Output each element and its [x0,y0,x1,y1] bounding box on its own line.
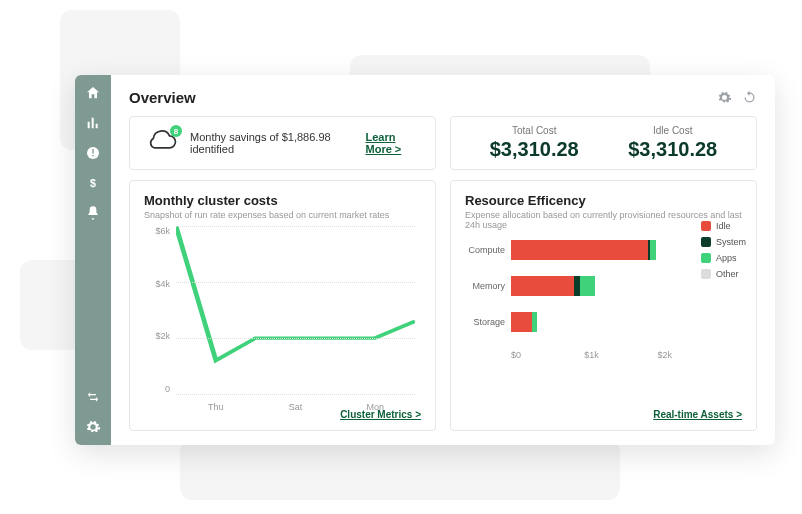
savings-card: 8 Monthy savings of $1,886.98 identified… [129,116,436,170]
realtime-assets-link[interactable]: Real-time Assets > [653,409,742,420]
line-chart-area: $6k $4k $2k 0 T [144,226,421,418]
app-window: $ Overview 8 [75,75,775,445]
bar-segment [511,312,532,332]
cloud-icon: 8 [144,129,178,157]
y-axis-labels: $6k $4k $2k 0 [144,226,174,394]
gear-icon[interactable] [85,419,101,435]
x-tick: Thu [176,402,256,412]
bar-x-tick: $2k [618,350,672,360]
legend: Idle System Apps Other [701,221,746,285]
legend-idle: Idle [701,221,746,231]
settings-icon[interactable] [717,90,732,105]
y-tick: $4k [144,279,170,289]
total-cost-block: Total Cost $3,310.28 [490,125,579,161]
savings-badge: 8 [170,125,182,137]
decorative-card [180,440,620,500]
bar-track [511,276,672,296]
bar-chart-icon[interactable] [85,115,101,131]
legend-apps: Apps [701,253,746,263]
bar-label: Compute [465,245,511,255]
bar-label: Memory [465,281,511,291]
idle-cost-block: Idle Cost $3,310.28 [628,125,717,161]
refresh-icon[interactable] [742,90,757,105]
bar-segment [580,276,594,296]
legend-system: System [701,237,746,247]
bar-label: Storage [465,317,511,327]
efficiency-card: Resource Efficency Expense allocation ba… [450,180,757,431]
bar-segment [511,276,574,296]
y-tick: $2k [144,331,170,341]
savings-text: Monthy savings of $1,886.98 identified [190,131,342,155]
main-content: Overview 8 Monthy savings of $1,886.98 i… [111,75,775,445]
header: Overview [129,89,757,106]
total-cost-label: Total Cost [490,125,579,136]
bell-icon[interactable] [85,205,101,221]
svg-text:$: $ [90,177,96,189]
legend-other: Other [701,269,746,279]
monthly-costs-subtitle: Snapshot of run rate expenses based on c… [144,210,421,220]
costs-card: Total Cost $3,310.28 Idle Cost $3,310.28 [450,116,757,170]
sidebar: $ [75,75,111,445]
transfer-icon[interactable] [85,389,101,405]
y-tick: $6k [144,226,170,236]
svg-rect-1 [92,149,93,154]
efficiency-title: Resource Efficency [465,193,742,208]
dollar-icon[interactable]: $ [85,175,101,191]
bar-row: Memory [465,274,672,298]
line-plot [176,226,415,394]
bar-segment [532,312,537,332]
bar-track [511,240,672,260]
bar-x-tick: $0 [511,350,565,360]
bar-x-tick: $1k [565,350,619,360]
charts-row: Monthly cluster costs Snapshot of run ra… [129,180,757,431]
monthly-costs-title: Monthly cluster costs [144,193,421,208]
home-icon[interactable] [85,85,101,101]
total-cost-value: $3,310.28 [490,138,579,161]
bar-segment [650,240,656,260]
bar-segment [511,240,648,260]
page-title: Overview [129,89,196,106]
idle-cost-label: Idle Cost [628,125,717,136]
svg-rect-2 [92,155,93,156]
y-tick: 0 [144,384,170,394]
bar-row: Compute [465,238,672,262]
summary-row: 8 Monthy savings of $1,886.98 identified… [129,116,757,170]
learn-more-link[interactable]: Learn More > [366,131,422,155]
monthly-costs-card: Monthly cluster costs Snapshot of run ra… [129,180,436,431]
header-actions [717,90,757,105]
cluster-metrics-link[interactable]: Cluster Metrics > [340,409,421,420]
bar-x-axis: $0 $1k $2k [511,350,742,360]
bar-track [511,312,672,332]
alert-icon[interactable] [85,145,101,161]
bar-row: Storage [465,310,672,334]
x-tick: Sat [256,402,336,412]
idle-cost-value: $3,310.28 [628,138,717,161]
